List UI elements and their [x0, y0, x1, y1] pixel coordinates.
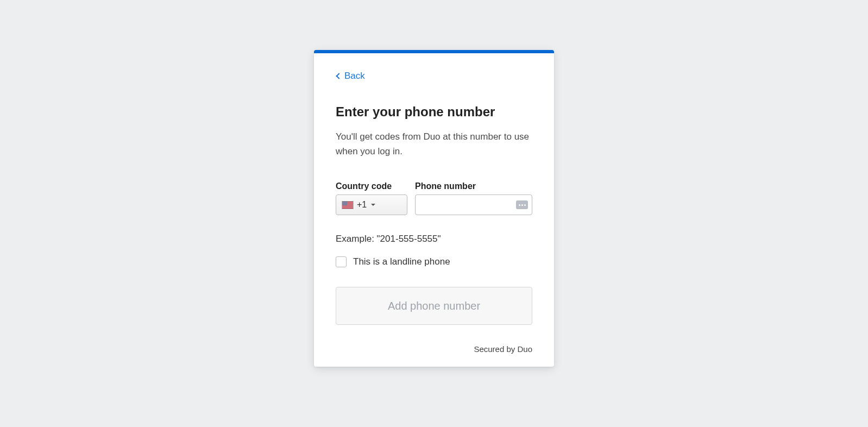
page-title: Enter your phone number — [336, 104, 532, 120]
chevron-down-icon — [371, 204, 375, 206]
country-code-value: +1 — [357, 200, 367, 210]
phone-input-wrap — [415, 194, 532, 215]
country-code-label: Country code — [336, 181, 407, 191]
phone-number-input[interactable] — [415, 194, 532, 215]
country-code-group: Country code +1 — [336, 181, 407, 215]
landline-row: This is a landline phone — [336, 256, 532, 267]
landline-checkbox[interactable] — [336, 256, 347, 267]
phone-number-group: Phone number — [415, 181, 532, 215]
phone-number-label: Phone number — [415, 181, 532, 191]
page-subtitle: You'll get codes from Duo at this number… — [336, 129, 532, 159]
landline-label: This is a landline phone — [353, 256, 450, 267]
example-text: Example: "201-555-5555" — [336, 234, 532, 244]
back-button[interactable]: Back — [336, 71, 365, 81]
phone-fields-row: Country code +1 Phone number — [336, 181, 532, 215]
chevron-left-icon — [336, 73, 342, 79]
add-phone-button[interactable]: Add phone number — [336, 287, 532, 325]
country-code-select[interactable]: +1 — [336, 194, 407, 215]
back-label: Back — [344, 71, 365, 81]
phone-setup-card: Back Enter your phone number You'll get … — [314, 50, 554, 367]
footer-text: Secured by Duo — [336, 344, 532, 354]
us-flag-icon — [342, 201, 354, 209]
autofill-icon[interactable] — [516, 200, 528, 209]
